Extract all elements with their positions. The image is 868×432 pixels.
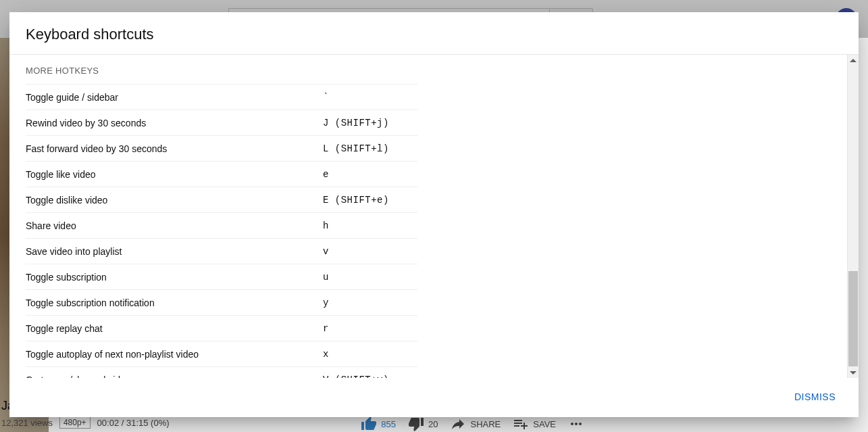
shortcut-label: Toggle like video [26,169,323,180]
shortcut-key: y [323,297,329,308]
shortcut-key: ` [323,92,329,103]
shortcut-label: Rewind video by 30 seconds [26,118,323,128]
shortcut-key: v [323,246,329,257]
shortcut-key: L (SHIFT+l) [323,143,389,154]
shortcut-row: Share videoh [26,212,417,238]
shortcut-row: Rewind video by 30 secondsJ (SHIFT+j) [26,110,417,135]
shortcut-label: Save video into playlist [26,246,323,257]
chevron-up-icon [850,57,857,64]
shortcut-row: Toggle autoplay of next non-playlist vid… [26,341,417,366]
shortcut-label: Toggle subscription notification [26,297,323,308]
keyboard-shortcuts-dialog: Keyboard shortcuts MORE HOTKEYS Toggle g… [9,12,859,417]
shortcut-key: E (SHIFT+e) [323,195,389,206]
shortcut-key: V (SHIFT+v) [323,375,389,379]
dialog-scroll-area: MORE HOTKEYS Toggle guide / sidebar`Rewi… [9,55,859,378]
shortcut-key: J (SHIFT+j) [323,118,389,128]
shortcut-key: r [323,323,329,334]
shortcut-label: Toggle autoplay of next non-playlist vid… [26,349,323,360]
shortcut-label: Toggle dislike video [26,195,323,206]
dialog-title: Keyboard shortcuts [26,26,842,43]
shortcut-row: Toggle guide / sidebar` [26,84,417,110]
shortcut-row: Toggle replay chatr [26,315,417,341]
shortcut-label: Toggle replay chat [26,323,323,334]
chevron-down-icon [850,369,857,376]
shortcut-row: Fast forward video by 30 secondsL (SHIFT… [26,135,417,161]
shortcut-label: Toggle subscription [26,272,323,283]
shortcut-row: Toggle dislike videoE (SHIFT+e) [26,187,417,212]
dialog-header: Keyboard shortcuts [9,12,859,55]
shortcut-label: Go to user/channel video page [26,375,323,379]
shortcut-row: Toggle subscription notificationy [26,289,417,315]
shortcut-row: Toggle like videoe [26,161,417,187]
scroll-up-button[interactable] [848,55,859,66]
shortcut-table: Toggle guide / sidebar`Rewind video by 3… [26,84,417,378]
shortcut-row: Go to user/channel video pageV (SHIFT+v) [26,366,417,378]
scroll-down-button[interactable] [848,366,859,378]
section-header: MORE HOTKEYS [26,55,831,84]
scrollbar[interactable] [847,55,859,378]
shortcut-label: Fast forward video by 30 seconds [26,143,323,154]
dialog-overlay[interactable]: Keyboard shortcuts MORE HOTKEYS Toggle g… [0,0,868,432]
shortcut-key: e [323,169,329,180]
shortcut-row: Toggle subscriptionu [26,264,417,289]
dialog-actions: DISMISS [9,378,859,417]
shortcut-row: Save video into playlistv [26,238,417,264]
scrollbar-thumb[interactable] [848,271,858,378]
shortcut-key: u [323,272,329,283]
shortcut-label: Share video [26,220,323,231]
shortcut-key: h [323,220,329,231]
dialog-content: MORE HOTKEYS Toggle guide / sidebar`Rewi… [9,55,847,378]
shortcut-label: Toggle guide / sidebar [26,92,323,103]
shortcut-key: x [323,349,329,360]
dismiss-button[interactable]: DISMISS [788,386,842,408]
